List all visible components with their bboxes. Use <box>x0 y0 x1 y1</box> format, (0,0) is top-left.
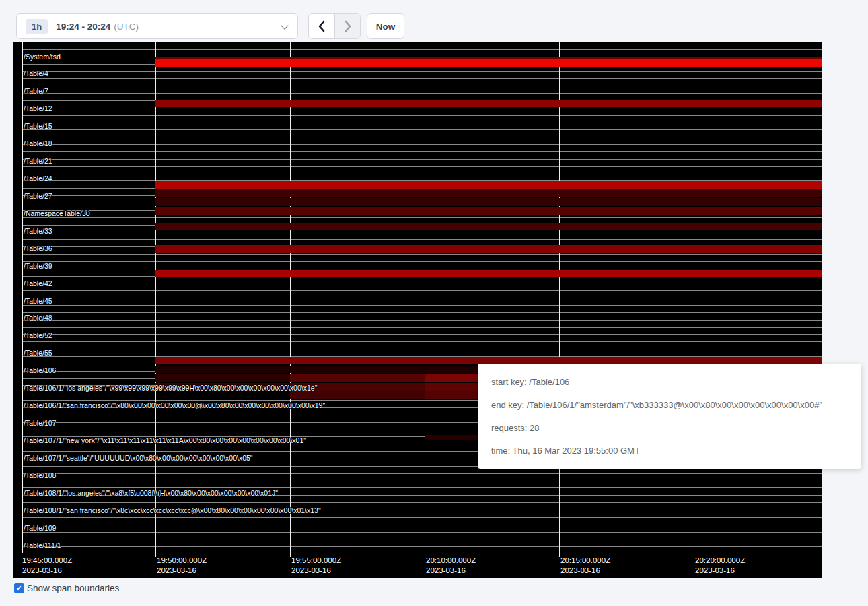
span-boundary-line <box>22 93 822 94</box>
heatmap-band <box>155 270 822 277</box>
chevron-right-icon <box>343 20 353 32</box>
tooltip-end-key: end key: /Table/106/1/"amsterdam"/"\xb33… <box>491 394 848 417</box>
time-range-select[interactable]: 1h 19:24 - 20:24 (UTC) <box>16 13 298 39</box>
span-boundary-line <box>22 239 822 240</box>
axis-time: 19:45:00.000Z <box>22 556 72 566</box>
span-boundary-line <box>22 532 822 533</box>
row-label: /Table/111/1 <box>24 541 61 549</box>
span-boundary-line <box>22 144 822 145</box>
axis-date: 2023-03-16 <box>560 566 610 576</box>
x-axis-label: 20:10:00.000Z2023-03-16 <box>426 556 476 576</box>
span-boundary-line <box>22 71 822 72</box>
span-boundary-line <box>22 298 822 298</box>
span-boundary-line <box>22 159 822 160</box>
toolbar: 1h 19:24 - 20:24 (UTC) Now <box>0 0 868 42</box>
chevron-down-icon <box>281 22 288 28</box>
prev-interval-button[interactable] <box>309 14 334 38</box>
span-tooltip: start key: /Table/106 end key: /Table/10… <box>478 364 861 469</box>
time-bucket-line <box>155 42 156 557</box>
now-button[interactable]: Now <box>367 13 404 39</box>
axis-time: 19:55:00.000Z <box>291 556 341 566</box>
row-label: /Table/7 <box>24 88 48 95</box>
axis-time: 20:20:00.000Z <box>695 556 745 566</box>
row-label: /Table/24 <box>24 175 52 182</box>
span-boundary-line <box>22 137 822 137</box>
span-boundary-line <box>22 129 822 130</box>
axis-time: 20:15:00.000Z <box>560 556 610 566</box>
span-boundary-line <box>22 174 822 174</box>
show-span-boundaries-label: Show span boundaries <box>27 583 119 593</box>
span-boundary-line <box>22 269 822 269</box>
axis-time: 19:50:00.000Z <box>157 556 207 566</box>
span-boundary-line <box>22 166 822 167</box>
time-nav-group <box>308 13 361 39</box>
span-boundary-line <box>22 349 822 349</box>
tooltip-time: time: Thu, 16 Mar 2023 19:55:00 GMT <box>491 440 848 463</box>
row-label: /Table/21 <box>24 158 52 165</box>
next-interval-button[interactable] <box>334 14 360 38</box>
span-boundary-line <box>22 341 822 342</box>
time-bucket-line <box>290 42 291 557</box>
span-boundary-line <box>22 78 822 79</box>
axis-date: 2023-03-16 <box>426 566 476 576</box>
span-boundary-line <box>22 261 822 262</box>
x-axis-label: 20:20:00.000Z2023-03-16 <box>695 556 745 576</box>
heatmap-band <box>155 189 822 197</box>
row-label: /Table/107/1/"seattle"/"UUUUUUD\x00\x80\… <box>24 454 253 461</box>
span-boundary-line <box>22 502 822 503</box>
heatmap-band <box>290 374 425 382</box>
row-label: /Table/109 <box>24 524 56 531</box>
row-label: /Table/27 <box>24 192 52 199</box>
tooltip-start-key: start key: /Table/106 <box>491 371 848 394</box>
span-boundary-line <box>22 232 822 232</box>
row-label: /Table/108/1/"san francisco"/"\x8c\xcc\x… <box>24 506 321 514</box>
duration-badge: 1h <box>26 19 48 34</box>
row-label: /Table/108/1/"los angeles"/"\xa8\xf5\u00… <box>24 489 278 496</box>
heatmap-band <box>155 245 822 252</box>
row-label: /Table/45 <box>24 297 52 304</box>
span-boundary-line <box>22 473 822 474</box>
row-label: /Table/52 <box>24 332 52 339</box>
row-label: /Table/39 <box>24 262 52 269</box>
time-bucket-line <box>559 42 560 557</box>
heatmap-band <box>155 59 822 67</box>
span-boundary-line <box>22 290 822 291</box>
heatmap-band <box>155 100 822 107</box>
row-label: /Table/42 <box>24 279 52 287</box>
row-label: /Table/106/1/"san francisco"/"\x80\x00\x… <box>24 402 325 409</box>
x-axis-label: 20:15:00.000Z2023-03-16 <box>560 556 610 576</box>
span-boundary-line <box>22 546 822 547</box>
span-boundary-line <box>22 108 822 108</box>
axis-date: 2023-03-16 <box>291 566 341 576</box>
row-label: /Table/12 <box>24 105 52 112</box>
span-boundary-line <box>22 525 822 525</box>
span-boundary-line <box>22 152 822 152</box>
row-label: /Table/18 <box>24 140 52 147</box>
key-visualizer-heatmap[interactable]: /System/tsd/Table/4/Table/7/Table/12/Tab… <box>13 42 822 578</box>
span-boundary-line <box>22 283 822 283</box>
chevron-left-icon <box>317 20 326 32</box>
row-label: /Table/33 <box>24 227 52 234</box>
axis-date: 2023-03-16 <box>22 566 72 576</box>
row-label: /Table/4 <box>24 70 48 77</box>
row-label: /System/tsd <box>24 53 61 60</box>
row-label: /Table/107 <box>24 419 56 427</box>
axis-date: 2023-03-16 <box>157 566 207 576</box>
axis-time: 20:10:00.000Z <box>426 556 476 566</box>
span-boundary-line <box>22 305 822 306</box>
span-boundary-line <box>22 539 822 539</box>
row-label: /Table/106 <box>24 367 56 374</box>
heatmap-band <box>155 181 822 189</box>
span-boundary-line <box>22 334 822 335</box>
row-label: /Table/36 <box>24 244 52 252</box>
span-boundary-line <box>22 327 822 328</box>
heatmap-band <box>290 391 425 399</box>
span-boundary-line <box>22 320 822 321</box>
row-label: /Table/106/1/"los angeles"/"\x99\x99\x99… <box>24 384 317 392</box>
x-axis-label: 19:50:00.000Z2023-03-16 <box>157 556 207 576</box>
show-span-boundaries-checkbox[interactable]: ✓ <box>14 583 24 593</box>
span-boundary-line <box>22 217 822 218</box>
span-boundary-line <box>22 312 822 313</box>
span-boundary-line <box>22 49 822 50</box>
span-boundary-line <box>22 481 822 481</box>
